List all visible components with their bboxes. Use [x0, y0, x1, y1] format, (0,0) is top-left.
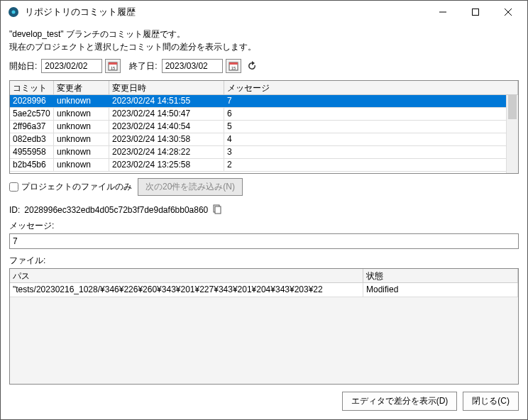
- table-cell: 6: [224, 108, 518, 120]
- svg-point-1: [12, 11, 16, 14]
- start-date-calendar-button[interactable]: 15: [105, 59, 121, 73]
- scrollbar[interactable]: [506, 95, 518, 173]
- id-value: 2028996ec332edb4d05c72b3f7de9daf6bb0a860: [24, 205, 208, 215]
- svg-text:15: 15: [231, 66, 236, 70]
- table-cell: 082edb3: [10, 133, 54, 145]
- close-dialog-button[interactable]: 閉じる(C): [463, 392, 519, 411]
- table-cell: 2023/02/24 14:30:58: [109, 133, 224, 145]
- app-icon: [8, 6, 19, 18]
- table-row[interactable]: 2ff96a37unknown2023/02/24 14:40:545: [10, 121, 518, 133]
- table-row[interactable]: 2028996unknown2023/02/24 14:51:557: [10, 95, 518, 108]
- file-cell: "tests/20230216_1028/¥346¥226¥260¥343¥20…: [10, 283, 363, 297]
- header-commit[interactable]: コミット: [10, 81, 54, 94]
- commit-table: コミット 変更者 変更日時 メッセージ 2028996unknown2023/0…: [9, 80, 519, 174]
- table-cell: 2023/02/24 14:40:54: [109, 121, 224, 133]
- table-cell: 5ae2c570: [10, 108, 54, 120]
- scrollbar-thumb[interactable]: [508, 95, 517, 119]
- project-files-only-label: プロジェクトのファイルのみ: [21, 181, 132, 193]
- table-row[interactable]: b2b45b6unknown2023/02/24 13:25:582: [10, 159, 518, 172]
- svg-rect-3: [473, 9, 479, 16]
- load-next-button[interactable]: 次の20件を読み込み(N): [138, 178, 243, 196]
- end-date-label: 終了日:: [129, 60, 157, 72]
- file-cell: Modified: [363, 283, 518, 297]
- svg-rect-10: [229, 62, 238, 65]
- copy-id-button[interactable]: [212, 204, 224, 216]
- table-cell: 3: [224, 146, 518, 158]
- window-title: リポジトリのコミット履歴: [25, 6, 427, 18]
- start-date-label: 開始日:: [9, 60, 37, 72]
- table-cell: 2023/02/24 14:51:55: [109, 95, 224, 107]
- table-cell: 2028996: [10, 95, 54, 107]
- table-cell: unknown: [54, 108, 109, 120]
- file-row[interactable]: "tests/20230216_1028/¥346¥226¥260¥343¥20…: [10, 283, 518, 297]
- header-author[interactable]: 変更者: [54, 81, 109, 94]
- files-label: ファイル:: [9, 255, 519, 267]
- table-cell: unknown: [54, 146, 109, 158]
- message-box: 7: [9, 233, 519, 249]
- titlebar: リポジトリのコミット履歴: [1, 1, 527, 23]
- table-cell: unknown: [54, 159, 109, 171]
- table-cell: unknown: [54, 95, 109, 107]
- refresh-button[interactable]: [244, 59, 260, 73]
- end-date-input[interactable]: [162, 59, 223, 73]
- table-cell: unknown: [54, 121, 109, 133]
- table-cell: b2b45b6: [10, 159, 54, 171]
- description-line2: 現在のプロジェクトと選択したコミット間の差分を表示します。: [9, 40, 519, 53]
- files-table: パス 状態 "tests/20230216_1028/¥346¥226¥260¥…: [9, 268, 519, 385]
- table-row[interactable]: 082edb3unknown2023/02/24 14:30:584: [10, 133, 518, 146]
- start-date-input[interactable]: [41, 59, 102, 73]
- minimize-button[interactable]: [427, 1, 459, 23]
- table-cell: 4: [224, 133, 518, 145]
- table-row[interactable]: 4955958unknown2023/02/24 14:28:223: [10, 146, 518, 159]
- maximize-button[interactable]: [459, 1, 492, 23]
- file-header-path[interactable]: パス: [10, 269, 363, 282]
- description: "develop_test" ブランチのコミット履歴です。 現在のプロジェクトと…: [9, 28, 519, 53]
- description-line1: "develop_test" ブランチのコミット履歴です。: [9, 28, 519, 40]
- show-diff-button[interactable]: エディタで差分を表示(D): [342, 392, 458, 411]
- table-cell: 5: [224, 121, 518, 133]
- table-row[interactable]: 5ae2c570unknown2023/02/24 14:50:476: [10, 108, 518, 121]
- file-header-status[interactable]: 状態: [363, 269, 518, 282]
- end-date-calendar-button[interactable]: 15: [226, 59, 241, 73]
- message-label: メッセージ:: [9, 220, 519, 232]
- table-cell: 2023/02/24 14:28:22: [109, 146, 224, 158]
- table-cell: 2: [224, 159, 518, 171]
- table-cell: 2023/02/24 14:50:47: [109, 108, 224, 120]
- svg-rect-7: [109, 62, 117, 65]
- svg-rect-13: [215, 206, 221, 214]
- table-cell: 7: [224, 95, 518, 107]
- id-label: ID:: [9, 205, 20, 215]
- project-files-only-checkbox[interactable]: プロジェクトのファイルのみ: [9, 181, 132, 193]
- table-cell: 4955958: [10, 146, 54, 158]
- close-button[interactable]: [492, 1, 524, 23]
- table-cell: 2ff96a37: [10, 121, 54, 133]
- project-files-only-input[interactable]: [9, 182, 18, 192]
- table-cell: unknown: [54, 133, 109, 145]
- header-date[interactable]: 変更日時: [109, 81, 224, 94]
- table-cell: 2023/02/24 13:25:58: [109, 159, 224, 171]
- header-message[interactable]: メッセージ: [224, 81, 518, 94]
- svg-text:15: 15: [111, 66, 116, 70]
